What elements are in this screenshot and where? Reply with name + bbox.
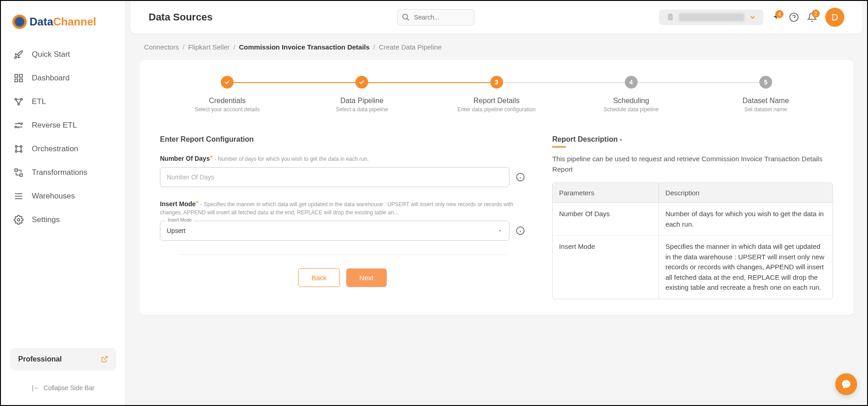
page-title: Data Sources: [149, 11, 213, 23]
clipboard-icon: [666, 13, 674, 21]
step-sub: Enter data pipeline configuration: [429, 106, 564, 113]
workspace-selector[interactable]: [659, 10, 763, 25]
breadcrumb: Connectors / Flipkart Seller / Commissio…: [126, 34, 867, 55]
svg-point-7: [21, 123, 23, 125]
logo[interactable]: DataChannel: [1, 10, 125, 43]
breadcrumb-item[interactable]: Flipkart Seller: [188, 43, 230, 51]
svg-rect-13: [15, 169, 18, 172]
help-button[interactable]: [789, 12, 799, 22]
sidebar: DataChannel Quick Start Dashboard ETL Re…: [1, 1, 126, 405]
nav-label: Reverse ETL: [32, 121, 77, 130]
step-sub: Select a data pipeline: [294, 106, 429, 113]
param-table: Parameters Description Number Of Days Nu…: [552, 183, 833, 299]
nav-label: Quick Start: [32, 50, 70, 59]
sidebar-item-quick-start[interactable]: Quick Start: [1, 43, 125, 66]
sidebar-item-dashboard[interactable]: Dashboard: [1, 66, 125, 90]
step-dataset-name[interactable]: 5 Dataset Name Set dataset name: [698, 76, 833, 113]
sidebar-item-warehouses[interactable]: Warehouses: [1, 184, 125, 208]
step-circle: [355, 76, 368, 89]
svg-point-12: [20, 151, 22, 153]
svg-point-18: [17, 218, 20, 221]
sidebar-item-etl[interactable]: ETL: [1, 90, 125, 114]
stepper: Credentials Select your account details …: [160, 76, 833, 113]
svg-point-4: [15, 99, 17, 100]
avatar[interactable]: D: [825, 8, 844, 27]
svg-point-31: [844, 383, 845, 384]
td-param: Insert Mode: [553, 236, 659, 299]
step-circle: [221, 76, 234, 89]
table-row: Insert Mode Specifies the manner in whic…: [553, 236, 833, 299]
field-help: - Number of days for which you wish to g…: [215, 156, 369, 162]
step-pipeline[interactable]: Data Pipeline Select a data pipeline: [294, 76, 429, 113]
step-title: Report Details: [429, 97, 564, 105]
nav-label: ETL: [32, 97, 46, 106]
sidebar-item-reverse-etl[interactable]: Reverse ETL: [1, 114, 125, 137]
th-desc: Description: [659, 183, 833, 203]
sidebar-item-orchestration[interactable]: Orchestration: [1, 137, 125, 161]
notifications-button[interactable]: 2: [807, 12, 817, 22]
sparkle-badge: 4: [775, 10, 783, 18]
step-circle: 3: [490, 76, 503, 89]
required-mark: *: [210, 154, 213, 162]
sidebar-item-settings[interactable]: Settings: [1, 208, 125, 232]
breadcrumb-item[interactable]: Connectors: [144, 43, 179, 51]
td-param: Number Of Days: [553, 203, 659, 236]
step-circle: 5: [759, 76, 772, 89]
info-icon[interactable]: [516, 226, 525, 235]
collapse-label: Collapse Side Bar: [44, 384, 95, 391]
svg-point-11: [15, 151, 17, 153]
back-button[interactable]: Back: [298, 268, 339, 287]
svg-point-8: [15, 126, 17, 128]
td-desc: Number of days for which you wish to get…: [659, 203, 833, 236]
sidebar-item-transformations[interactable]: Transformations: [1, 161, 125, 184]
workspace-name-blurred: [679, 13, 744, 21]
transformations-icon: [14, 168, 24, 178]
search-wrap: [397, 9, 474, 25]
plan-box[interactable]: Professional: [10, 348, 116, 371]
info-icon[interactable]: [516, 173, 525, 182]
step-title: Dataset Name: [698, 97, 833, 105]
number-of-days-input[interactable]: [160, 167, 509, 187]
step-title: Scheduling: [564, 97, 698, 105]
step-title: Data Pipeline: [294, 97, 429, 105]
svg-rect-0: [15, 74, 18, 77]
step-sub: Set dataset name: [698, 106, 833, 113]
orchestration-icon: [14, 144, 24, 154]
reverse-etl-icon: [14, 120, 24, 130]
required-mark: *: [196, 200, 199, 208]
step-scheduling[interactable]: 4 Scheduling Schedule data pipeline: [564, 76, 698, 113]
insert-mode-select[interactable]: Insert Mode Upsert: [160, 221, 509, 241]
gear-icon: [14, 215, 24, 225]
form-buttons: Back Next: [160, 268, 525, 287]
step-sub: Schedule data pipeline: [564, 106, 698, 113]
breadcrumb-item-active[interactable]: Commission Invoice Transaction Details: [239, 43, 370, 51]
svg-rect-1: [20, 74, 22, 77]
field-help: - Specifies the manner in which data wil…: [160, 201, 513, 216]
plan-name: Professional: [18, 355, 62, 363]
step-report-details[interactable]: 3 Report Details Enter data pipeline con…: [429, 76, 564, 113]
logo-icon: [12, 15, 27, 29]
help-icon: [789, 12, 799, 22]
warehouses-icon: [14, 191, 24, 201]
topbar: Data Sources 4: [130, 1, 863, 34]
chevron-down-icon: [749, 14, 756, 21]
step-credentials[interactable]: Credentials Select your account details: [160, 76, 294, 113]
svg-rect-3: [20, 79, 22, 82]
svg-point-5: [21, 99, 23, 100]
svg-point-9: [15, 146, 17, 148]
svg-rect-14: [20, 174, 23, 177]
table-row: Number Of Days Number of days for which …: [553, 203, 833, 236]
divider: [178, 254, 507, 255]
svg-point-32: [846, 383, 847, 384]
field-label: Number Of Days: [160, 155, 210, 162]
step-sub: Select your account details: [160, 106, 294, 113]
breadcrumb-sep: /: [373, 43, 375, 51]
desc-text: This pipeline can be used to request and…: [552, 154, 833, 174]
sparkle-button[interactable]: 4: [772, 13, 781, 22]
field-number-of-days: Number Of Days*- Number of days for whic…: [160, 154, 525, 187]
svg-rect-2: [15, 79, 18, 82]
next-button[interactable]: Next: [346, 268, 387, 287]
chat-fab[interactable]: [835, 373, 857, 395]
step-title: Credentials: [160, 97, 294, 105]
collapse-sidebar[interactable]: |← Collapse Side Bar: [10, 380, 116, 396]
